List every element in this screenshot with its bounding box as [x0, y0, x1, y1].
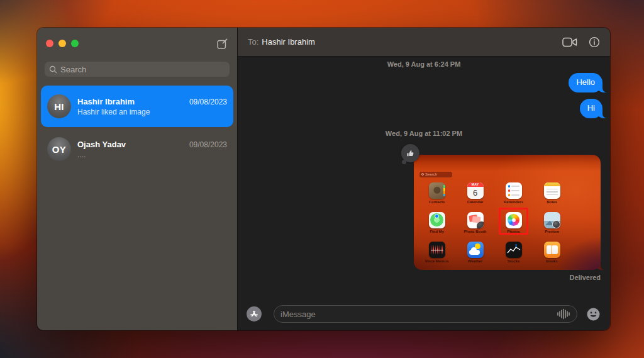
message-input-field[interactable]	[274, 305, 577, 323]
launchpad-app-findmy: Find My	[418, 212, 456, 242]
conversation-info-button[interactable]	[589, 36, 600, 48]
notes-lines-art	[547, 189, 558, 197]
preview-app-icon	[544, 212, 560, 228]
close-window-button[interactable]	[46, 40, 53, 47]
search-placeholder: Search	[60, 65, 86, 74]
image-attachment[interactable]: Search Contacts	[414, 155, 601, 270]
conversation-sidebar: Search HI Hashir Ibrahim 09/08/2023 Hash…	[37, 28, 237, 330]
recipient-name: Hashir Ibrahim	[262, 37, 315, 47]
message-transcript: Wed, 9 Aug at 6:24 PM Hello Hi Wed, 9 Au…	[238, 57, 610, 298]
window-controls	[46, 40, 79, 47]
avatar: HI	[47, 94, 71, 118]
stocks-chart-art	[506, 242, 522, 258]
thumbs-up-icon	[406, 149, 414, 157]
to-label: To:	[248, 37, 258, 47]
launchpad-app-contacts: Contacts	[418, 182, 456, 212]
notes-app-icon	[544, 182, 560, 199]
avatar: OY	[47, 137, 71, 161]
book-page-art	[552, 245, 558, 254]
conversation-date: 09/08/2023	[189, 140, 227, 149]
conversation-texts: Ojash Yadav 09/08/2023 ....	[77, 140, 227, 159]
notes-header-art	[544, 182, 560, 186]
launchpad-app-calendar: MAY 6 Calendar	[456, 182, 494, 212]
preview-lens-art	[552, 220, 560, 228]
contacts-app-icon	[429, 182, 445, 199]
launchpad-search-bar: Search	[419, 172, 452, 177]
chat-header-actions	[562, 36, 600, 48]
contacts-book-art	[431, 185, 443, 196]
calendar-month-label: MAY	[467, 182, 484, 187]
lens-art	[477, 221, 484, 228]
app-label: Find My	[430, 230, 444, 233]
conversation-preview: Hashir liked an image	[77, 108, 227, 116]
app-label: Reminders	[504, 200, 523, 204]
launchpad-app-photobooth: Photo Booth	[456, 212, 494, 242]
conversation-preview: ....	[77, 150, 227, 159]
voicememos-app-icon	[429, 242, 445, 258]
cloud-art	[469, 250, 480, 255]
app-label: Photo Booth	[464, 230, 487, 233]
launchpad-app-voicememos: Voice Memos	[418, 242, 456, 270]
app-label: Calendar	[467, 200, 484, 204]
app-label: Books	[546, 259, 557, 263]
books-app-icon	[544, 242, 560, 258]
conversation-texts: Hashir Ibrahim 09/08/2023 Hashir liked a…	[77, 97, 227, 116]
book-page-art	[547, 245, 552, 254]
app-label: Notes	[547, 200, 557, 204]
reminder-row	[508, 189, 519, 192]
search-icon	[49, 65, 57, 74]
video-call-button[interactable]	[562, 37, 577, 47]
emoji-picker-button[interactable]	[587, 308, 600, 321]
compose-new-message-button[interactable]	[216, 38, 228, 50]
search-icon	[421, 173, 424, 176]
conversation-name: Ojash Yadav	[77, 140, 126, 149]
zoom-window-button[interactable]	[71, 40, 79, 47]
audio-waveform-icon[interactable]	[557, 308, 570, 320]
video-camera-icon	[562, 37, 577, 47]
launchpad-app-stocks: Stocks	[494, 242, 533, 270]
chat-panel: To: Hashir Ibrahim	[238, 28, 610, 330]
timestamp: Wed, 9 Aug at 6:24 PM	[387, 60, 461, 68]
reminder-row	[508, 194, 519, 196]
calendar-day-label: 6	[467, 187, 484, 199]
weather-app-icon	[467, 242, 484, 258]
photos-highlight-box	[499, 208, 528, 235]
launchpad-app-grid: Contacts MAY 6 Calendar	[418, 182, 571, 270]
emoji-smiley-icon	[587, 308, 600, 321]
photobooth-app-icon	[467, 212, 484, 228]
launchpad-search-placeholder: Search	[425, 172, 437, 176]
timestamp: Wed, 9 Aug at 11:02 PM	[386, 130, 462, 137]
app-label: Stocks	[508, 259, 520, 263]
desktop-wallpaper: Search HI Hashir Ibrahim 09/08/2023 Hash…	[0, 0, 644, 358]
app-label: Contacts	[429, 200, 445, 204]
launchpad-screenshot: Search Contacts	[414, 155, 601, 270]
message-input[interactable]	[280, 310, 557, 319]
tapback-reaction[interactable]	[401, 144, 419, 162]
info-icon	[589, 36, 600, 48]
conversation-row-hashir[interactable]: HI Hashir Ibrahim 09/08/2023 Hashir like…	[41, 86, 233, 127]
launchpad-app-preview: Preview	[533, 212, 571, 242]
reminder-row	[508, 185, 519, 187]
delivery-status: Delivered	[569, 274, 601, 281]
calendar-app-icon: MAY 6	[467, 182, 484, 199]
message-composer	[238, 298, 610, 330]
stocks-app-icon	[506, 242, 522, 258]
contacts-tabs-art	[443, 185, 445, 196]
search-input[interactable]: Search	[45, 62, 230, 77]
launchpad-app-books: Books	[533, 242, 571, 270]
minimize-window-button[interactable]	[58, 40, 66, 47]
imessage-apps-button[interactable]	[246, 306, 262, 322]
messages-window: Search HI Hashir Ibrahim 09/08/2023 Hash…	[37, 28, 610, 330]
app-label: Weather	[468, 259, 483, 263]
compose-icon	[216, 38, 228, 50]
outgoing-message-bubble[interactable]: Hello	[569, 73, 602, 92]
waveform-line-art	[431, 250, 443, 250]
app-label: Preview	[545, 230, 559, 233]
reminders-app-icon	[506, 182, 522, 199]
conversation-row-ojash[interactable]: OY Ojash Yadav 09/08/2023 ....	[41, 128, 233, 170]
findmy-app-icon	[429, 212, 445, 228]
conversation-name: Hashir Ibrahim	[77, 97, 135, 106]
launchpad-app-notes: Notes	[533, 182, 571, 212]
appstore-icon	[246, 306, 262, 322]
outgoing-message-bubble[interactable]: Hi	[580, 99, 602, 118]
